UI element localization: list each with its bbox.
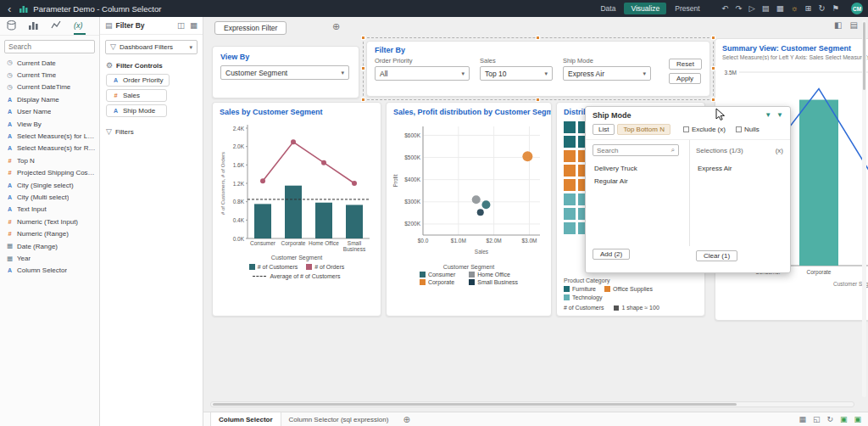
param-item[interactable]: ▦Date (Range): [0, 240, 99, 252]
shape-note: 1 shape ≈ 100: [614, 305, 659, 311]
view-by-card[interactable]: View By Customer Segment ▾: [212, 46, 359, 98]
param-item[interactable]: AColumn Selector: [0, 265, 99, 277]
nulls-checkbox[interactable]: Nulls: [736, 126, 760, 133]
filter-control-chip[interactable]: AOrder Priority: [106, 74, 170, 87]
view-menu-icon[interactable]: ▦: [776, 4, 784, 13]
add-canvas-icon[interactable]: ⊕: [403, 415, 409, 424]
mode-present[interactable]: Present: [668, 3, 706, 14]
legend-item: Office Supplies: [604, 286, 653, 292]
param-item[interactable]: ADisplay Name: [0, 93, 99, 105]
status-sync-icon[interactable]: ▣: [854, 416, 861, 423]
panel-tabs: (x): [0, 17, 99, 36]
viz-sales-profit-distribution[interactable]: Sales, Profit distribution by Customer S…: [386, 102, 552, 317]
horizontal-scrollbar[interactable]: [210, 401, 854, 407]
popup-search-input[interactable]: [597, 147, 671, 154]
svg-text:$0.0: $0.0: [418, 238, 429, 244]
back-icon[interactable]: ‹: [5, 3, 14, 14]
mode-data[interactable]: Data: [593, 3, 622, 14]
avatar[interactable]: CM: [851, 3, 863, 14]
filter-value-option[interactable]: Delivery Truck: [593, 162, 684, 175]
layout-icon[interactable]: ▦: [798, 416, 806, 423]
param-item[interactable]: ACity (Multi select): [0, 191, 99, 203]
filter-group-order-priority: Order PriorityAll▾: [375, 57, 470, 81]
redo-icon[interactable]: ↷: [736, 4, 743, 13]
filter-dropdown[interactable]: Top 10▾: [480, 66, 553, 81]
status-ok-icon[interactable]: ▣: [840, 416, 848, 423]
param-label: Year: [17, 255, 31, 262]
param-item[interactable]: AText Input: [0, 204, 99, 216]
svg-text:0.8K: 0.8K: [233, 199, 245, 205]
add-button[interactable]: Add (2): [593, 249, 630, 260]
vertical-scrollbar[interactable]: [862, 20, 866, 397]
param-item[interactable]: #Numeric (Range): [0, 227, 99, 239]
fit-canvas-icon[interactable]: ◱: [813, 416, 821, 423]
canvas-properties-icon[interactable]: ◧: [834, 21, 842, 30]
canvas-grid-icon[interactable]: ▤: [850, 21, 858, 30]
exclude-checkbox[interactable]: Exclude (x): [683, 126, 726, 133]
filter-dropdown[interactable]: All▾: [375, 66, 470, 81]
funnel-icon: ▽: [110, 43, 116, 51]
param-item[interactable]: ◷Current DateTime: [0, 81, 99, 93]
view-by-dropdown[interactable]: Customer Segment ▾: [220, 65, 349, 80]
clear-selections-icon[interactable]: (x): [776, 147, 783, 154]
undo-icon[interactable]: ↶: [722, 4, 729, 13]
data-tab[interactable]: [7, 17, 16, 35]
mode-visualize[interactable]: Visualize: [624, 3, 666, 14]
param-item[interactable]: ▦Year: [0, 252, 99, 264]
apply-button[interactable]: Apply: [669, 73, 701, 84]
bookmark-icon[interactable]: ⚑: [832, 4, 839, 13]
reset-button[interactable]: Reset: [669, 59, 702, 70]
clear-button[interactable]: Clear (1): [696, 250, 737, 261]
filter-by-title: Filter By: [367, 42, 709, 57]
analytics-tab[interactable]: [51, 17, 61, 35]
filter-label: Sales: [480, 57, 553, 64]
filter-panel-title: Filter By: [116, 21, 175, 30]
panel-grid-icon[interactable]: ▦: [190, 21, 198, 30]
selected-values-list: Express Air: [696, 162, 783, 175]
expression-filter-button[interactable]: Expression Filter: [214, 21, 287, 35]
scrollbar-thumb[interactable]: [863, 22, 865, 90]
canvas-tab[interactable]: Column Selector (sql expression): [281, 412, 397, 426]
tab-list[interactable]: List: [593, 124, 615, 135]
filter-dropdown[interactable]: Express Air▾: [563, 66, 651, 81]
filter-group-sales: SalesTop 10▾: [480, 57, 553, 81]
dashboard-filters-dropdown[interactable]: ▽ Dashboard Filters ▾: [105, 40, 198, 54]
filter-by-card[interactable]: Filter By Order PriorityAll▾SalesTop 10▾…: [366, 41, 710, 97]
refresh-icon[interactable]: ↻: [819, 4, 826, 13]
A-icon: A: [6, 145, 14, 151]
param-item[interactable]: ASelect Measure(s) for Left ...: [0, 130, 99, 142]
selected-filter-value[interactable]: Express Air: [696, 162, 783, 175]
visualizations-tab[interactable]: [29, 17, 38, 35]
preview-icon[interactable]: ▷: [749, 4, 755, 13]
scrollbar-thumb[interactable]: [213, 403, 737, 406]
param-item[interactable]: ACity (Single select): [0, 179, 99, 191]
refresh-data-icon[interactable]: ↻: [826, 416, 833, 423]
param-item[interactable]: AView By: [0, 118, 99, 130]
insights-icon[interactable]: ☼: [791, 4, 798, 13]
parameters-tab[interactable]: (x): [74, 17, 86, 35]
filter-control-chip[interactable]: AShip Mode: [106, 104, 167, 117]
canvas-tab[interactable]: Column Selector: [210, 412, 281, 426]
param-label: Numeric (Text Input): [17, 218, 78, 226]
svg-text:1.6K: 1.6K: [233, 162, 245, 168]
tab-top-bottom-n[interactable]: Top Bottom N: [617, 124, 670, 135]
param-item[interactable]: #Top N: [0, 154, 99, 166]
param-item[interactable]: ◷Current Date: [0, 57, 99, 69]
filter-apply-icon[interactable]: ▼: [765, 112, 771, 119]
filter-clear-icon[interactable]: ▼: [776, 112, 783, 119]
param-item[interactable]: ◷Current Time: [0, 69, 99, 81]
add-canvas-icon[interactable]: ⊞: [805, 4, 812, 13]
param-item[interactable]: #Projected Shipping Cost In...: [0, 167, 99, 179]
param-item[interactable]: #Numeric (Text Input): [0, 216, 99, 227]
param-item[interactable]: ASelect Measure(s) for Righ...: [0, 143, 99, 154]
viz-sales-by-customer-segment[interactable]: Sales by Customer Segment 0.0K0.4K0.8K1.…: [212, 102, 381, 317]
A-icon: A: [6, 267, 14, 273]
add-filter-icon[interactable]: ⊕: [332, 21, 340, 32]
param-item[interactable]: AUser Name: [0, 106, 99, 118]
export-icon[interactable]: ▤: [762, 4, 770, 13]
pin-panel-icon[interactable]: ◫: [177, 21, 185, 30]
search-input[interactable]: [8, 42, 91, 51]
filter-value-option[interactable]: Regular Air: [593, 175, 684, 188]
filter-control-chip[interactable]: #Sales: [106, 89, 167, 102]
filters-section[interactable]: ▽ Filters: [100, 120, 203, 144]
